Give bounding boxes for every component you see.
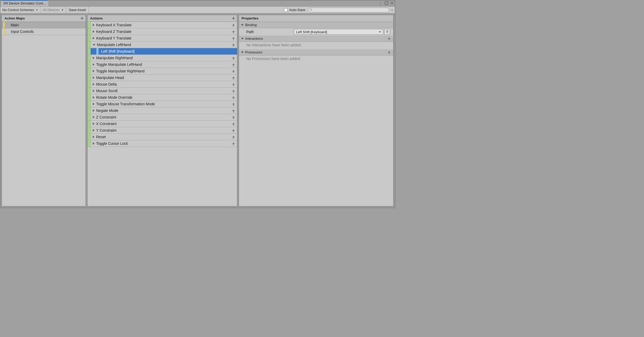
path-listen-label: T: [386, 30, 388, 34]
interactions-section-header[interactable]: Interactions: [239, 36, 393, 42]
add-binding-button[interactable]: [232, 107, 235, 114]
add-interaction-button[interactable]: [387, 36, 391, 42]
chevron-right-icon[interactable]: [93, 57, 95, 59]
action-item[interactable]: Keyboard Z Translate: [87, 28, 237, 35]
action-item[interactable]: Toggle Manipulate LeftHand: [87, 61, 237, 68]
action-marker: [87, 61, 91, 68]
path-listen-button[interactable]: T: [384, 29, 390, 35]
chevron-right-icon[interactable]: [93, 63, 95, 66]
maximize-icon[interactable]: [385, 1, 388, 5]
action-item[interactable]: Y Constraint: [87, 127, 237, 134]
add-binding-button[interactable]: [232, 81, 235, 87]
path-dropdown[interactable]: Left Shift [Keyboard]: [294, 29, 383, 35]
add-binding-button[interactable]: [232, 75, 235, 81]
save-asset-button[interactable]: Save Asset: [66, 7, 89, 13]
add-binding-button[interactable]: [232, 61, 235, 68]
action-label: Toggle Mouse Transformation Mode: [96, 102, 155, 106]
action-map-marker: [3, 28, 5, 35]
action-map-item[interactable]: Input Controls: [2, 28, 86, 35]
chevron-right-icon[interactable]: [93, 37, 95, 39]
action-item[interactable]: Toggle Mouse Transformation Mode: [87, 101, 237, 107]
action-marker: [87, 121, 91, 127]
chevron-right-icon[interactable]: [93, 83, 95, 86]
action-item[interactable]: Manipulate LeftHand: [87, 42, 237, 48]
action-map-item[interactable]: Main: [2, 22, 86, 28]
chevron-right-icon[interactable]: [93, 136, 95, 138]
devices-label: All Devices: [43, 8, 60, 12]
chevron-right-icon[interactable]: [93, 30, 95, 33]
action-item[interactable]: Toggle Manipulate RightHand: [87, 68, 237, 75]
action-item[interactable]: Toggle Cursor Lock: [87, 140, 237, 147]
action-label: Manipulate LeftHand: [97, 43, 131, 47]
add-action-button[interactable]: [232, 15, 235, 22]
binding-item[interactable]: Left Shift [Keyboard]: [87, 48, 237, 55]
processors-empty-message: No Processors have been added.: [239, 56, 393, 63]
interactions-empty-message: No Interactions have been added.: [239, 42, 393, 49]
devices-dropdown[interactable]: All Devices ▼: [41, 7, 66, 13]
add-binding-button[interactable]: [232, 35, 235, 41]
action-item[interactable]: Manipulate RightHand: [87, 55, 237, 61]
binding-section-header[interactable]: Binding: [239, 22, 393, 28]
action-item[interactable]: Rotate Mode Override: [87, 94, 237, 101]
svg-point-3: [310, 9, 312, 10]
chevron-down-icon[interactable]: [93, 44, 95, 46]
action-item[interactable]: Mouse Scroll: [87, 88, 237, 94]
processors-section-header[interactable]: Processors: [239, 49, 393, 56]
add-binding-button[interactable]: [232, 121, 235, 127]
chevron-right-icon[interactable]: [93, 24, 95, 26]
action-item[interactable]: Mouse Delta: [87, 81, 237, 88]
action-item[interactable]: Keyboard X Translate: [87, 22, 237, 28]
chevron-right-icon[interactable]: [93, 116, 95, 118]
clear-search-icon[interactable]: ×: [391, 8, 393, 12]
chevron-right-icon[interactable]: [93, 122, 95, 125]
control-schemes-dropdown[interactable]: No Control Schemes ▼: [0, 7, 41, 13]
action-label: X Constraint: [96, 122, 116, 126]
add-binding-button[interactable]: [232, 88, 235, 94]
add-binding-button[interactable]: [232, 101, 235, 107]
action-item[interactable]: Manipulate Head: [87, 75, 237, 81]
svg-line-4: [312, 10, 312, 11]
add-binding-button[interactable]: [232, 55, 235, 61]
action-item[interactable]: Z Constraint: [87, 114, 237, 121]
chevron-right-icon[interactable]: [93, 96, 95, 99]
chevron-right-icon[interactable]: [93, 90, 95, 92]
action-item[interactable]: Keyboard Y Translate: [87, 35, 237, 42]
kebab-icon[interactable]: ⋮: [378, 1, 383, 5]
add-binding-button[interactable]: [232, 114, 235, 120]
add-action-map-button[interactable]: [80, 15, 84, 22]
processors-section-label: Processors: [245, 50, 262, 54]
panel-tab[interactable]: XR Device Simulator Cont...: [0, 0, 49, 6]
add-binding-button[interactable]: [232, 94, 235, 101]
chevron-right-icon[interactable]: [93, 70, 95, 72]
search-input[interactable]: [308, 8, 389, 12]
action-label: Z Constraint: [96, 115, 116, 119]
chevron-right-icon[interactable]: [93, 103, 95, 105]
action-item[interactable]: Reset: [87, 134, 237, 140]
close-icon[interactable]: [390, 1, 394, 5]
add-binding-button[interactable]: [232, 127, 235, 133]
add-binding-button[interactable]: [232, 134, 235, 140]
tab-strip: XR Device Simulator Cont... ⋮: [0, 0, 395, 7]
add-binding-button[interactable]: [232, 42, 235, 48]
action-map-label: Main: [11, 23, 19, 27]
auto-save-label: Auto-Save: [289, 8, 305, 12]
chevron-down-icon: [379, 31, 381, 33]
add-binding-button[interactable]: [232, 22, 235, 28]
add-binding-button[interactable]: [232, 68, 235, 74]
binding-marker: [96, 48, 99, 54]
add-binding-button[interactable]: [232, 140, 235, 147]
chevron-right-icon[interactable]: [93, 109, 95, 112]
chevron-right-icon[interactable]: [93, 76, 95, 79]
checkbox-icon[interactable]: [284, 8, 288, 12]
action-marker: [87, 81, 91, 87]
action-item[interactable]: Negate Mode: [87, 107, 237, 114]
add-binding-button[interactable]: [232, 28, 235, 35]
add-processor-button[interactable]: [387, 49, 391, 55]
chevron-right-icon[interactable]: [93, 142, 95, 145]
action-item[interactable]: X Constraint: [87, 121, 237, 127]
auto-save-toggle[interactable]: Auto-Save: [281, 7, 308, 13]
tab-active-indicator: [1, 0, 48, 1]
action-label: Mouse Scroll: [96, 89, 117, 93]
chevron-right-icon[interactable]: [93, 129, 95, 132]
save-asset-label: Save Asset: [69, 8, 86, 12]
